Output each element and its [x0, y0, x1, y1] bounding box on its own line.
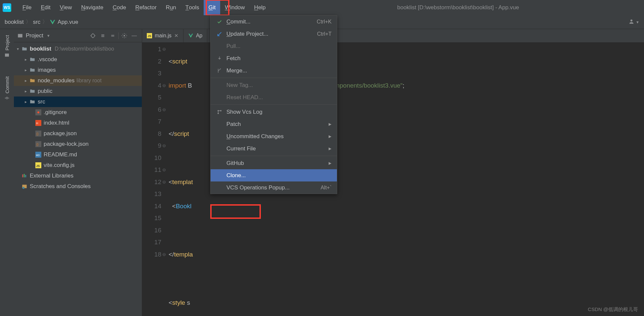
- app-icon: WS: [3, 3, 11, 12]
- hide-button[interactable]: —: [130, 31, 139, 40]
- dropdown-item[interactable]: Fetch: [211, 52, 337, 64]
- js-icon: JS: [147, 33, 152, 38]
- tree-row[interactable]: ▸images: [14, 65, 142, 75]
- dropdown-item: Reset HEAD...: [211, 91, 337, 103]
- menu-item-code[interactable]: Code: [108, 0, 131, 15]
- dropdown-item[interactable]: VCS Operations Popup...Alt+`: [211, 181, 337, 194]
- menubar: WS FileEditViewNavigateCodeRefactorRunTo…: [0, 0, 644, 15]
- svg-rect-24: [24, 174, 25, 178]
- dropdown-item[interactable]: Uncommitted Changes▸: [211, 130, 337, 142]
- tree-row[interactable]: Scratches and Consoles: [14, 181, 142, 192]
- dropdown-item[interactable]: GitHub▸: [211, 157, 337, 169]
- git-dropdown: Commit...Ctrl+KUpdate Project...Ctrl+TPu…: [210, 15, 337, 194]
- tree-row[interactable]: .gitignore: [14, 107, 142, 118]
- svg-rect-23: [22, 175, 23, 178]
- svg-point-10: [124, 35, 125, 36]
- menu-item-run[interactable]: Run: [161, 0, 181, 15]
- tree-row[interactable]: ▾booklist D:\webstorm\booklist\boo: [14, 44, 142, 54]
- breadcrumb-separator: 〉: [26, 19, 31, 25]
- tree-row[interactable]: ▸public: [14, 86, 142, 97]
- dropdown-item: Pull...: [211, 40, 337, 52]
- breadcrumb-item[interactable]: booklist: [5, 19, 24, 25]
- tab-mainjs[interactable]: JS main.js ✕: [142, 29, 183, 42]
- dropdown-item[interactable]: Update Project...Ctrl+T: [211, 28, 337, 40]
- divider: [118, 32, 119, 39]
- tree-row[interactable]: MDREADME.md: [14, 149, 142, 160]
- tree-row[interactable]: Hindex.html: [14, 118, 142, 128]
- left-rail: Project Commit: [0, 29, 14, 316]
- project-icon: [17, 33, 23, 39]
- tree-header: Project ▼ —: [14, 29, 142, 42]
- breadcrumb-label: App.vue: [58, 19, 78, 25]
- tree-row[interactable]: ▸.vscode: [14, 54, 142, 65]
- breadcrumb-item[interactable]: App.vue: [50, 19, 78, 25]
- tree-row[interactable]: {}package-lock.json: [14, 139, 142, 149]
- user-icon[interactable]: [628, 19, 634, 26]
- svg-point-12: [37, 111, 39, 113]
- locate-button[interactable]: [89, 31, 97, 40]
- menu-item-navigate[interactable]: Navigate: [77, 0, 108, 15]
- project-tree-panel: Project ▼ — ▾booklist D:\webstorm\bookli…: [14, 29, 142, 316]
- rail-project[interactable]: Project: [4, 35, 10, 58]
- svg-text:H: H: [36, 122, 38, 125]
- rail-commit[interactable]: Commit: [4, 76, 10, 101]
- menu-item-file[interactable]: File: [18, 0, 36, 15]
- dropdown-item[interactable]: Commit...Ctrl+K: [211, 16, 337, 28]
- window-title: booklist [D:\webstorm\booklist\booklist]…: [397, 4, 519, 11]
- tree-body[interactable]: ▾booklist D:\webstorm\booklist\boo▸.vsco…: [14, 42, 142, 316]
- vue-icon: [188, 33, 193, 38]
- tree-row[interactable]: ▸node_moduleslibrary root: [14, 75, 142, 86]
- collapse-all-button[interactable]: [108, 31, 117, 40]
- dropdown-arrow-icon[interactable]: ▼: [47, 34, 50, 38]
- svg-text:JS: JS: [148, 34, 151, 38]
- svg-point-1: [6, 97, 8, 99]
- menu-item-help[interactable]: Help: [250, 0, 270, 15]
- dropdown-separator: [211, 78, 337, 78]
- tab-label: main.js: [155, 33, 172, 39]
- svg-point-32: [220, 110, 221, 111]
- dropdown-item[interactable]: Current File▸: [211, 142, 337, 155]
- svg-rect-4: [18, 34, 22, 37]
- watermark: CSDN @低调的根儿哥: [588, 306, 638, 313]
- svg-point-27: [22, 187, 24, 189]
- dropdown-item[interactable]: Clone...: [211, 169, 337, 181]
- breadcrumb-item[interactable]: src: [33, 19, 41, 25]
- svg-text:{}: {}: [36, 142, 39, 146]
- vue-icon: [50, 19, 56, 25]
- svg-point-30: [218, 110, 219, 111]
- svg-point-5: [91, 34, 95, 37]
- menu-item-git[interactable]: Git: [204, 0, 220, 15]
- menu-items: FileEditViewNavigateCodeRefactorRunTools…: [18, 0, 270, 15]
- tree-row[interactable]: JSvite.config.js: [14, 160, 142, 171]
- dropdown-item[interactable]: Patch▸: [211, 118, 337, 130]
- tree-row[interactable]: {}package.json: [14, 128, 142, 139]
- tab-appvue[interactable]: Ap: [183, 29, 208, 42]
- dropdown-arrow-icon[interactable]: ▼: [636, 20, 639, 24]
- dropdown-item: New Tag...: [211, 79, 337, 91]
- close-icon[interactable]: ✕: [174, 33, 179, 39]
- tree-row[interactable]: External Libraries: [14, 171, 142, 181]
- svg-rect-0: [5, 54, 9, 57]
- dropdown-item[interactable]: Merge...: [211, 64, 337, 77]
- settings-button[interactable]: [120, 31, 129, 40]
- dropdown-separator: [211, 156, 337, 156]
- menu-item-tools[interactable]: Tools: [181, 0, 204, 15]
- dropdown-item[interactable]: Show Vcs Log: [211, 106, 337, 118]
- expand-all-button[interactable]: [99, 31, 107, 40]
- dropdown-separator: [211, 104, 337, 105]
- tree-title: Project: [26, 32, 43, 39]
- svg-point-31: [218, 113, 219, 114]
- rail-label-text: Commit: [4, 76, 10, 94]
- menu-item-edit[interactable]: Edit: [36, 0, 55, 15]
- menu-item-window[interactable]: Window: [220, 0, 249, 15]
- project-rail-icon: [4, 53, 10, 58]
- menu-item-view[interactable]: View: [55, 0, 77, 15]
- svg-rect-25: [25, 175, 26, 178]
- gutter: 1⊖234⊖56⊖789⊖1011⊖12⊖131415161718⊖: [142, 42, 169, 316]
- commit-rail-icon: [4, 95, 10, 100]
- tree-row[interactable]: ▸src: [14, 97, 142, 107]
- svg-text:MD: MD: [36, 154, 40, 157]
- rail-label-text: Project: [4, 35, 10, 51]
- menu-item-refactor[interactable]: Refactor: [131, 0, 161, 15]
- svg-text:{}: {}: [36, 132, 39, 136]
